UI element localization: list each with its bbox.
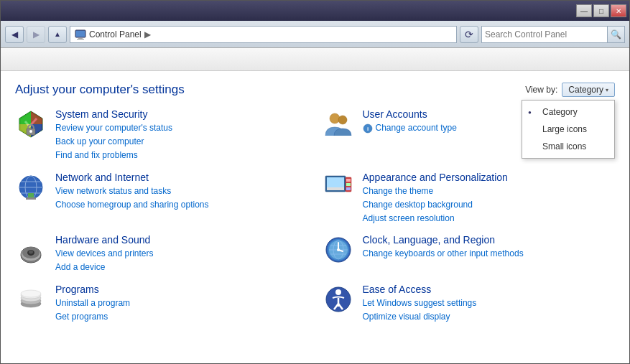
system-security-link-3[interactable]: Find and fix problems <box>55 149 308 162</box>
programs-link-2[interactable]: Get programs <box>55 310 308 324</box>
main-content: Adjust your computer's settings View by:… <box>1 71 629 363</box>
ease-of-access-link-1[interactable]: Let Windows suggest settings <box>363 297 616 310</box>
category-clock-language: Clock, Language, and Region Change keybo… <box>323 234 616 274</box>
back-button[interactable]: ◀ <box>5 26 24 43</box>
ease-of-access-title[interactable]: Ease of Access <box>363 284 616 295</box>
address-path-icon <box>75 29 86 40</box>
appearance-link-1[interactable]: Change the theme <box>363 185 616 198</box>
view-by-button[interactable]: Category ▾ <box>562 83 615 97</box>
svg-point-44 <box>21 290 41 297</box>
ease-of-access-content: Ease of Access Let Windows suggest setti… <box>363 284 616 324</box>
address-path[interactable]: Control Panel ▶ <box>70 26 457 43</box>
ease-of-access-link-2[interactable]: Optimize visual display <box>363 310 616 324</box>
category-network-internet: Network and Internet View network status… <box>15 172 308 226</box>
page-title: Adjust your computer's settings <box>15 83 185 97</box>
user-accounts-link-1[interactable]: Change account type <box>376 121 457 135</box>
programs-link-1[interactable]: Uninstall a program <box>55 297 308 310</box>
svg-point-39 <box>337 248 340 251</box>
svg-point-46 <box>335 289 341 295</box>
category-programs: Programs Uninstall a program Get program… <box>15 284 308 324</box>
svg-rect-22 <box>346 179 351 182</box>
hardware-sound-link-2[interactable]: Add a device <box>55 261 308 274</box>
address-path-arrow: ▶ <box>144 29 151 39</box>
minimize-button[interactable]: — <box>576 4 592 17</box>
appearance-link-2[interactable]: Change desktop background <box>363 198 616 212</box>
svg-point-7 <box>330 113 340 123</box>
control-panel-window: — □ ✕ ◀ ▶ ▲ Control Panel ▶ ⟳ 🔍 <box>0 0 630 364</box>
dropdown-item-large-icons[interactable]: Large icons <box>522 121 614 138</box>
hardware-sound-title[interactable]: Hardware and Sound <box>55 234 308 246</box>
clock-language-title[interactable]: Clock, Language, and Region <box>363 234 616 246</box>
network-internet-icon <box>15 172 47 203</box>
search-input[interactable] <box>482 29 607 39</box>
category-appearance: Appearance and Personalization Change th… <box>323 172 616 226</box>
appearance-link-3[interactable]: Adjust screen resolution <box>363 212 616 225</box>
system-security-title[interactable]: System and Security <box>55 108 308 120</box>
network-internet-link-2[interactable]: Choose homegroup and sharing options <box>55 198 308 212</box>
address-bar: ◀ ▶ ▲ Control Panel ▶ ⟳ 🔍 <box>1 21 629 48</box>
hardware-sound-content: Hardware and Sound View devices and prin… <box>55 234 308 274</box>
appearance-content: Appearance and Personalization Change th… <box>363 172 616 226</box>
dropdown-item-small-icons[interactable]: Small icons <box>522 138 614 155</box>
view-by-arrow-icon: ▾ <box>606 87 608 93</box>
up-button[interactable]: ▲ <box>48 26 67 43</box>
svg-rect-17 <box>26 197 36 200</box>
hardware-sound-link-1[interactable]: View devices and printers <box>55 247 308 261</box>
category-system-security: System and Security Review your computer… <box>15 108 308 163</box>
svg-rect-23 <box>346 183 351 186</box>
close-button[interactable]: ✕ <box>611 4 626 17</box>
svg-rect-24 <box>346 187 351 190</box>
appearance-title[interactable]: Appearance and Personalization <box>363 172 616 183</box>
svg-point-29 <box>29 251 33 254</box>
dropdown-item-category[interactable]: Category <box>522 103 614 121</box>
system-security-content: System and Security Review your computer… <box>55 108 308 163</box>
svg-rect-19 <box>327 177 344 187</box>
search-box: 🔍 <box>481 26 625 43</box>
user-accounts-icon <box>323 108 354 140</box>
clock-language-icon <box>323 234 354 266</box>
change-account-type-icon: i <box>363 123 373 134</box>
svg-rect-2 <box>77 39 84 39</box>
appearance-icon <box>323 172 354 203</box>
view-by-value: Category <box>568 85 603 95</box>
clock-language-link-1[interactable]: Change keyboards or other input methods <box>363 247 616 261</box>
programs-content: Programs Uninstall a program Get program… <box>55 284 308 324</box>
svg-rect-0 <box>75 30 85 37</box>
view-by-control: View by: Category ▾ Category Large icons… <box>525 83 615 97</box>
programs-title[interactable]: Programs <box>55 284 308 295</box>
system-security-icon <box>15 108 47 140</box>
system-security-link-1[interactable]: Review your computer's status <box>55 121 308 135</box>
maximize-button[interactable]: □ <box>593 4 609 17</box>
window-controls: — □ ✕ <box>576 4 626 17</box>
category-ease-of-access: Ease of Access Let Windows suggest setti… <box>323 284 616 324</box>
network-internet-content: Network and Internet View network status… <box>55 172 308 212</box>
system-security-link-2[interactable]: Back up your computer <box>55 135 308 149</box>
svg-point-8 <box>338 116 347 124</box>
view-by-dropdown: Category Large icons Small icons <box>522 100 615 159</box>
page-header: Adjust your computer's settings View by:… <box>15 83 615 97</box>
search-button[interactable]: 🔍 <box>607 27 624 42</box>
svg-point-6 <box>29 130 32 133</box>
category-hardware-sound: Hardware and Sound View devices and prin… <box>15 234 308 274</box>
ease-of-access-icon <box>323 284 354 315</box>
refresh-button[interactable]: ⟳ <box>460 26 478 43</box>
svg-rect-20 <box>327 187 344 190</box>
network-internet-title[interactable]: Network and Internet <box>55 172 308 183</box>
clock-language-content: Clock, Language, and Region Change keybo… <box>363 234 616 261</box>
programs-icon <box>15 284 47 315</box>
forward-button[interactable]: ▶ <box>27 26 45 43</box>
view-by-label: View by: <box>525 85 557 95</box>
toolbar <box>1 48 629 71</box>
title-bar: — □ ✕ <box>1 1 629 21</box>
network-internet-link-1[interactable]: View network status and tasks <box>55 185 308 198</box>
address-path-text: Control Panel <box>89 29 142 39</box>
hardware-sound-icon <box>15 234 47 266</box>
svg-text:i: i <box>366 126 368 132</box>
